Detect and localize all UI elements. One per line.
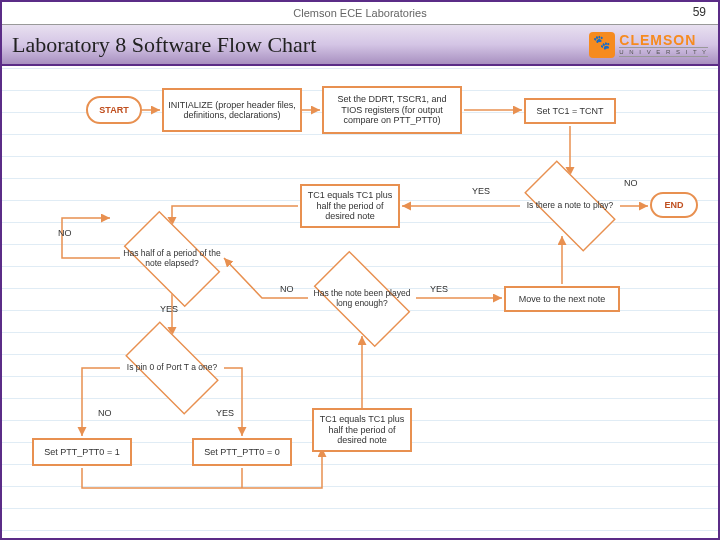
page-number: 59	[693, 5, 706, 19]
label-no-3: NO	[280, 284, 294, 294]
label-yes-2: YES	[160, 304, 178, 314]
node-set-ptt0-1: Set PTT_PTT0 = 1	[32, 438, 132, 466]
page-title: Laboratory 8 Software Flow Chart	[12, 32, 316, 58]
label-yes-3: YES	[430, 284, 448, 294]
node-set-registers: Set the DDRT, TSCR1, and TIOS registers …	[322, 86, 462, 134]
clemson-logo: CLEMSON U N I V E R S I T Y	[589, 32, 708, 58]
org-label: Clemson ECE Laboratories	[293, 7, 426, 19]
label-no-1: NO	[624, 178, 638, 188]
node-note-to-play: Is there a note to play?	[512, 174, 628, 238]
flowchart-canvas: START INITIALIZE (proper header files, d…	[2, 68, 718, 538]
node-start: START	[86, 96, 142, 124]
node-tc1-half-2: TC1 equals TC1 plus half the period of d…	[312, 408, 412, 452]
label-yes-4: YES	[216, 408, 234, 418]
node-initialize: INITIALIZE (proper header files, definit…	[162, 88, 302, 132]
node-end: END	[650, 192, 698, 218]
node-move-next: Move to the next note	[504, 286, 620, 312]
label-no-2: NO	[58, 228, 72, 238]
paw-icon	[589, 32, 615, 58]
header-strip: Clemson ECE Laboratories 59	[2, 2, 718, 24]
node-pin0: Is pin 0 of Port T a one?	[114, 334, 230, 402]
node-half-period: Has half of a period of the note elapsed…	[112, 224, 232, 294]
node-set-tc1: Set TC1 = TCNT	[524, 98, 616, 124]
title-bar: Laboratory 8 Software Flow Chart CLEMSON…	[2, 24, 718, 66]
label-yes-1: YES	[472, 186, 490, 196]
node-tc1-half-1: TC1 equals TC1 plus half the period of d…	[300, 184, 400, 228]
logo-text-main: CLEMSON	[619, 33, 708, 47]
label-no-4: NO	[98, 408, 112, 418]
node-long-enough: Has the note been played long enough?	[302, 264, 422, 334]
logo-text-sub: U N I V E R S I T Y	[619, 47, 708, 57]
node-set-ptt0-0: Set PTT_PTT0 = 0	[192, 438, 292, 466]
